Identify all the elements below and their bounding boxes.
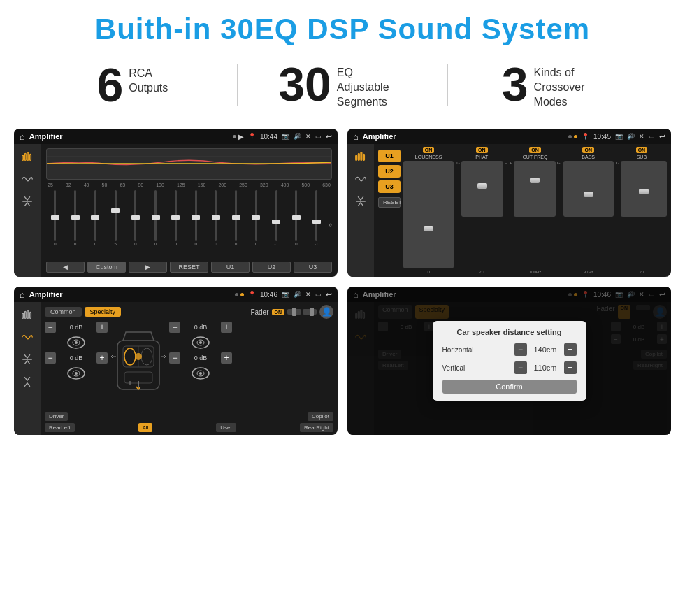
svg-rect-2 (27, 152, 29, 161)
eq-slider-14[interactable]: -1 (308, 190, 326, 246)
dialog-box: Car speaker distance setting Horizontal … (433, 321, 586, 401)
eq-slider-9[interactable]: 0 (207, 190, 225, 246)
eq-u2-btn[interactable]: U2 (252, 262, 291, 273)
fader-right-top-minus[interactable]: − (169, 322, 180, 333)
fader-left-bottom-minus[interactable]: − (45, 352, 56, 364)
fader-car-diagram (110, 322, 166, 408)
eq-bottom-bar: ◀ Custom ▶ RESET U1 U2 U3 (46, 262, 332, 273)
eq-reset-btn[interactable]: RESET (170, 262, 208, 273)
amp-u3-preset[interactable]: U3 (378, 180, 401, 193)
amp-volume-icon: 🔊 (627, 133, 635, 140)
amp-side-eq-icon[interactable] (352, 150, 370, 164)
bass-on-badge: ON (582, 147, 594, 153)
fader-location-icon: 📍 (248, 291, 256, 298)
eq-side-arrows-icon[interactable] (18, 194, 36, 208)
eq-slider-4[interactable]: 5 (106, 190, 124, 246)
fader-speaker-icon-right-top (169, 336, 232, 350)
fader-on-badge: ON (272, 309, 285, 315)
sub-label: SUB (637, 155, 647, 159)
amp-channels: ON LOUDNESS 0 ON PHAT (403, 147, 667, 274)
dialog-title: Car speaker distance setting (442, 328, 577, 336)
amp-side-arrows-icon[interactable] (352, 194, 370, 208)
eq-sliders-row: 0 0 0 (46, 190, 332, 259)
svg-rect-1 (24, 154, 26, 161)
fader-common-tab[interactable]: Common (45, 307, 82, 317)
fader-right-bottom-minus[interactable]: − (169, 352, 180, 364)
fader-user-icon[interactable]: 👤 (319, 305, 333, 319)
fader-right-top-plus[interactable]: + (221, 322, 232, 333)
phat-sliders: G F (456, 161, 507, 268)
dot1 (233, 135, 236, 138)
amp-home-icon[interactable]: ⌂ (353, 131, 359, 142)
loudness-on-badge: ON (423, 147, 435, 153)
eq-slider-3[interactable]: 0 (87, 190, 105, 246)
sub-slider[interactable] (621, 161, 667, 217)
amp-reset-btn[interactable]: RESET (378, 197, 401, 208)
eq-side-eq-icon[interactable] (18, 150, 36, 164)
svg-point-33 (199, 372, 202, 375)
sub-on-badge: ON (636, 147, 648, 153)
dialog-horizontal-minus[interactable]: − (514, 343, 527, 356)
eq-slider-13[interactable]: 0 (287, 190, 305, 246)
fader-controls-area: − 0 dB + − 0 dB + (45, 322, 333, 408)
fader-content: Common Specialty Fader ON 👤 (14, 302, 338, 435)
stat-eq-number: 30 (278, 60, 331, 108)
fader-user-btn[interactable]: User (216, 423, 236, 432)
loudness-slider[interactable] (403, 161, 454, 268)
phat-slider-g[interactable] (461, 161, 503, 217)
amp-x-icon: ✕ (639, 133, 644, 140)
eq-side-wave-icon[interactable] (18, 172, 36, 186)
eq-slider-11[interactable]: 0 (247, 190, 266, 246)
fader-rearleft-btn[interactable]: RearLeft (45, 423, 75, 432)
fader-home-icon[interactable]: ⌂ (20, 289, 25, 300)
bass-slider[interactable] (563, 161, 614, 217)
eq-prev-btn[interactable]: ◀ (46, 262, 85, 273)
amp-u2-preset[interactable]: U2 (378, 165, 401, 178)
eq-rect-icon: ▭ (315, 133, 322, 140)
stat-divider-2 (447, 64, 448, 106)
cutfreq-slider-f[interactable] (514, 161, 556, 217)
fader-rearright-btn[interactable]: RearRight (300, 423, 333, 432)
eq-u3-btn[interactable]: U3 (294, 262, 332, 273)
fader-copilot-btn[interactable]: Copilot (308, 412, 333, 421)
eq-slider-8[interactable]: 0 (187, 190, 205, 246)
dialog-horizontal-plus[interactable]: + (564, 343, 577, 356)
eq-custom-btn[interactable]: Custom (87, 262, 126, 273)
dialog-vertical-minus[interactable]: − (514, 361, 527, 374)
eq-slider-1[interactable]: 0 (46, 190, 64, 246)
eq-screen-title: Amplifier (29, 132, 229, 141)
svg-point-17 (75, 341, 78, 344)
fader-back-icon[interactable]: ↩ (326, 290, 332, 299)
eq-slider-2[interactable]: 0 (66, 190, 85, 246)
fader-speaker-icon-left-top (45, 336, 108, 350)
dialog-confirm-button[interactable]: Confirm (442, 380, 577, 394)
eq-slider-5[interactable]: 0 (127, 190, 145, 246)
fader-right-controls: − 0 dB + − 0 dB + (169, 322, 232, 408)
eq-back-icon[interactable]: ↩ (326, 132, 332, 141)
fader-status-bar: ⌂ Amplifier 📍 10:46 📷 🔊 ✕ ▭ ↩ (14, 287, 338, 302)
fader-driver-btn[interactable]: Driver (45, 412, 68, 421)
eq-u1-btn[interactable]: U1 (211, 262, 250, 273)
amp-u1-preset[interactable]: U1 (378, 150, 401, 162)
dialog-vertical-plus[interactable]: + (564, 361, 577, 374)
eq-slider-10[interactable]: 0 (227, 190, 245, 246)
home-icon[interactable]: ⌂ (20, 131, 25, 142)
eq-slider-7[interactable]: 0 (167, 190, 185, 246)
eq-play-btn[interactable]: ▶ (129, 262, 167, 273)
eq-slider-12[interactable]: -1 (267, 190, 285, 246)
fader-right-bottom-plus[interactable]: + (221, 352, 232, 364)
play-icon: ▶ (238, 133, 244, 141)
fader-all-btn[interactable]: All (138, 423, 153, 432)
fader-left-top-plus[interactable]: + (96, 322, 108, 333)
eq-slider-6[interactable]: 0 (147, 190, 165, 246)
fader-left-bottom-plus[interactable]: + (96, 352, 108, 364)
fader-side-vol-icon[interactable] (18, 375, 36, 389)
fader-side-eq-icon[interactable] (18, 308, 36, 322)
amp-status-icons (568, 135, 577, 138)
fader-specialty-tab[interactable]: Specialty (85, 307, 122, 317)
fader-side-wave-icon[interactable] (18, 330, 36, 344)
amp-back-icon[interactable]: ↩ (659, 132, 665, 141)
fader-side-arrows-icon[interactable] (18, 352, 36, 366)
amp-side-wave-icon[interactable] (352, 172, 370, 186)
fader-left-top-minus[interactable]: − (45, 322, 56, 333)
